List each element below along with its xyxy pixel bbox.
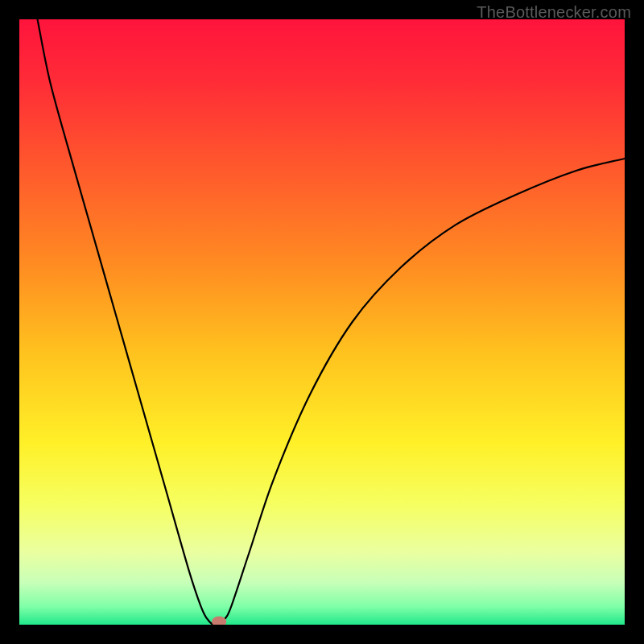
plot-frame: [19, 19, 625, 625]
watermark-text: TheBottlenecker.com: [477, 3, 631, 22]
bottleneck-chart: [19, 19, 625, 625]
gradient-background: [19, 19, 625, 625]
